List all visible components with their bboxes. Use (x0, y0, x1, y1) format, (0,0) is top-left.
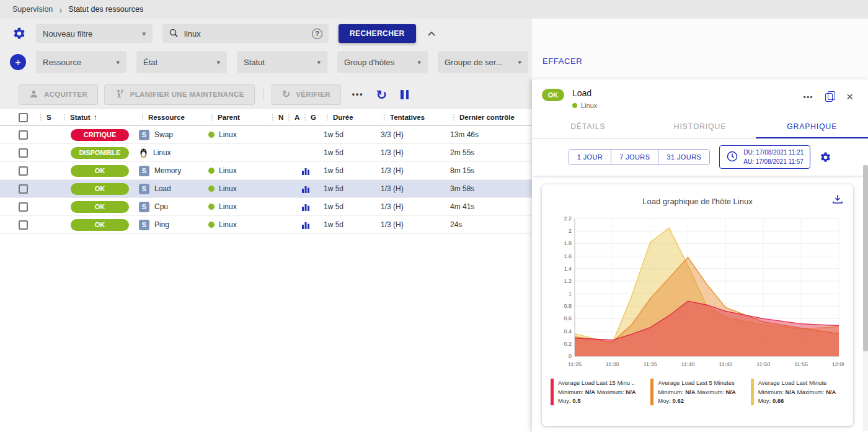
refresh-icon[interactable]: ↻ (376, 88, 387, 101)
add-criteria-button[interactable]: + (10, 54, 26, 70)
row-checkbox[interactable] (19, 202, 28, 212)
date-to: AU: 17/08/2021 11:57 (743, 157, 804, 166)
parent-name: Linux (219, 202, 237, 211)
legend-min-value: N/A (685, 389, 695, 395)
copy-link-icon[interactable] (825, 91, 835, 102)
pause-icon[interactable] (401, 90, 409, 99)
graph-icon[interactable] (301, 185, 310, 193)
table-row[interactable]: CRITIQUE S Swap Linux 1w 5d 3/3 (H) 13m … (0, 126, 532, 144)
svg-text:11:40: 11:40 (681, 361, 695, 367)
row-checkbox[interactable] (19, 166, 28, 176)
legend-avg-label: Moy: (758, 397, 771, 404)
more-actions-icon[interactable]: ••• (352, 90, 364, 99)
criteria-status-select[interactable]: Statut▾ (237, 51, 327, 73)
legend-avg-label: Moy: (658, 397, 671, 404)
row-checkbox[interactable] (19, 184, 28, 194)
table-row[interactable]: OK S Ping Linux 1w 5d 1/3 (H) 24s (0, 216, 532, 234)
table-row[interactable]: OK S Load Linux 1w 5d 1/3 (H) 3m 58s (0, 180, 532, 198)
table-row[interactable]: OK S Cpu Linux 1w 5d 1/3 (H) 4m 41s (0, 198, 532, 216)
svg-text:11:25: 11:25 (568, 361, 582, 367)
parent-name: Linux (219, 166, 237, 175)
resources-table: S Statut↑ Ressource Parent N A G Durée T… (0, 109, 532, 432)
graph-icon[interactable] (301, 221, 310, 229)
legend-series-name: Average Load Last Minute (758, 379, 836, 388)
column-header-resource[interactable]: Ressource (139, 113, 208, 122)
last-check-cell: 13m 46s (450, 130, 532, 139)
svg-text:11:50: 11:50 (756, 361, 770, 367)
tries-cell: 1/3 (H) (381, 148, 450, 157)
filter-settings-gear-icon[interactable] (12, 27, 26, 40)
parent-status-dot (208, 222, 215, 228)
resource-name: Cpu (154, 202, 168, 211)
download-icon[interactable] (832, 194, 843, 206)
legend-min-label: Minimum: (758, 389, 784, 395)
column-header-last-check[interactable]: Dernier contrôle (450, 113, 532, 122)
column-header-parent[interactable]: Parent (208, 113, 269, 122)
tries-cell: 1/3 (H) (381, 166, 450, 175)
legend-max-value: N/A (626, 389, 636, 395)
panel-more-icon[interactable]: ••• (804, 93, 813, 101)
panel-tab[interactable]: GRAPHIQUE (756, 115, 868, 138)
plan-maintenance-button[interactable]: PLANIFIER UNE MAINTENANCE (104, 84, 255, 105)
close-icon[interactable]: × (846, 91, 853, 102)
panel-title: Load (572, 88, 597, 98)
check-button[interactable]: ↻ VÉRIFIER (272, 84, 341, 105)
row-checkbox[interactable] (19, 130, 28, 140)
panel-status-badge: OK (542, 89, 564, 101)
graph-icon[interactable] (301, 203, 310, 211)
service-type-chip: S (139, 184, 149, 194)
criteria-resource-select[interactable]: Ressource▾ (36, 51, 126, 73)
select-all-checkbox[interactable] (19, 113, 28, 122)
panel-scrollbar[interactable] (863, 165, 868, 431)
duration-cell: 1w 5d (324, 184, 381, 193)
panel-tab[interactable]: DÉTAILS (532, 115, 644, 138)
svg-text:2: 2 (569, 228, 572, 234)
range-31-days-button[interactable]: 31 JOURS (658, 150, 709, 164)
service-type-chip: S (139, 202, 149, 212)
svg-text:0.2: 0.2 (564, 341, 572, 347)
graph-settings-gear-icon[interactable] (820, 151, 831, 163)
criteria-state-select[interactable]: État▾ (136, 51, 227, 73)
breadcrumb-item-supervision[interactable]: Supervision (12, 5, 53, 14)
row-checkbox[interactable] (19, 220, 28, 230)
legend-item: Average Load Last Minute Minimum: N/A Ma… (751, 379, 844, 406)
legend-color-bar (551, 379, 554, 405)
row-checkbox[interactable] (19, 148, 28, 158)
scrollbar-thumb[interactable] (863, 165, 868, 351)
help-icon[interactable]: ? (312, 29, 322, 39)
parent-name: Linux (219, 220, 237, 229)
legend-avg-value: 0.66 (773, 397, 784, 404)
column-header-severity[interactable]: S (37, 113, 61, 122)
saved-filter-select[interactable]: Nouveau filtre ▾ (36, 24, 153, 43)
table-row[interactable]: DISPONIBLE Linux 1w 5d 1/3 (H) 2m 55s (0, 144, 532, 162)
criteria-hostgroup-select[interactable]: Group d'hôtes▾ (337, 51, 428, 73)
collapse-filters-chevron-up-icon[interactable] (427, 29, 436, 38)
parent-status-dot (208, 186, 215, 192)
custom-date-range[interactable]: DU: 17/08/2021 11:21 AU: 17/08/2021 11:5… (719, 145, 810, 169)
table-row[interactable]: OK S Memory Linux 1w 5d 1/3 (H) 8m 15s (0, 162, 532, 180)
panel-tab[interactable]: HISTORIQUE (644, 115, 756, 138)
legend-max-label: Maximum: (797, 389, 824, 395)
legend-color-bar (751, 379, 754, 405)
column-header-duration[interactable]: Durée (324, 113, 381, 122)
clear-filters-button[interactable]: EFFACER (542, 56, 582, 66)
search-input[interactable] (184, 29, 306, 38)
table-body: CRITIQUE S Swap Linux 1w 5d 3/3 (H) 13m … (0, 126, 532, 234)
graph-icon[interactable] (301, 167, 310, 175)
column-header-status[interactable]: Statut↑ (61, 113, 139, 122)
criteria-servicegroup-select[interactable]: Groupe de ser...▾ (438, 51, 528, 73)
column-header-a[interactable]: A (285, 113, 301, 122)
range-7-days-button[interactable]: 7 JOURS (611, 150, 658, 164)
svg-text:11:45: 11:45 (719, 361, 732, 367)
chevron-down-icon: ▾ (116, 58, 120, 66)
acknowledge-button[interactable]: ACQUITTER (19, 84, 98, 105)
column-header-tries[interactable]: Tentatives (381, 113, 450, 122)
search-button[interactable]: RECHERCHER (339, 24, 416, 43)
column-header-n[interactable]: N (269, 113, 285, 122)
graph-time-controls: 1 JOUR 7 JOURS 31 JOURS DU: 17/08/2021 1… (532, 139, 868, 176)
status-badge: OK (71, 183, 129, 195)
search-box[interactable]: ? (162, 24, 329, 43)
legend-avg-value: 0.62 (673, 397, 684, 404)
column-header-g[interactable]: G (301, 113, 324, 122)
range-1-day-button[interactable]: 1 JOUR (569, 150, 612, 164)
